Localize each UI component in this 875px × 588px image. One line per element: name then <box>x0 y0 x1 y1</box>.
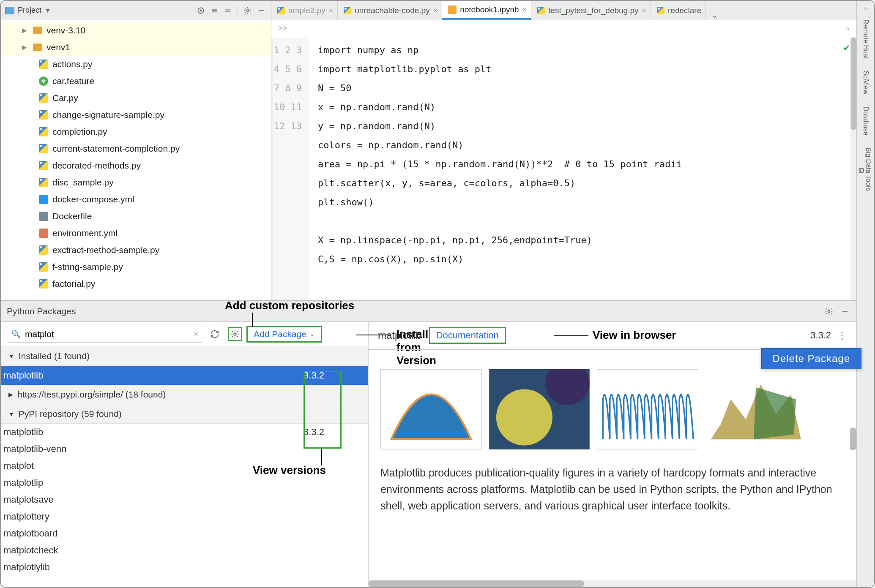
add-package-dropdown[interactable]: Add Package ⌄ <box>246 326 322 343</box>
package-name: matplot <box>3 460 34 471</box>
delete-package-menu-item[interactable]: Delete Package <box>761 348 861 369</box>
package-row[interactable]: matplotlib-venn <box>1 441 368 457</box>
package-row[interactable]: matplot <box>1 457 368 474</box>
detail-scrollbar[interactable] <box>850 427 856 450</box>
package-row[interactable]: matplotcheck <box>1 542 368 559</box>
tree-file[interactable]: f-string-sample.py <box>1 259 271 275</box>
package-row[interactable]: matplotlib3.3.2 <box>1 366 368 385</box>
package-section-header[interactable]: ▼PyPI repository (59 found) <box>1 404 368 424</box>
chevron-down-icon: ▼ <box>45 7 51 14</box>
tree-file[interactable]: exctract-method-sample.py <box>1 242 271 259</box>
svg-point-4 <box>234 333 236 335</box>
project-header: Project ▼ <box>1 1 271 20</box>
tab-label: redeclare <box>668 6 701 15</box>
py-icon <box>39 144 48 153</box>
close-icon[interactable]: × <box>642 6 647 15</box>
project-tree[interactable]: ▶venv-3.10▶venv1actions.pycar.featureCar… <box>1 20 271 300</box>
expand-all-icon[interactable] <box>209 5 220 16</box>
python-file-icon <box>344 7 351 14</box>
editor-tab[interactable]: test_pytest_for_debug.py× <box>531 1 651 20</box>
yml-icon <box>39 229 48 238</box>
package-row[interactable]: matplotlib3.3.2 <box>1 424 368 441</box>
rail-tool-database[interactable]: Database <box>857 101 875 142</box>
collapse-all-icon[interactable] <box>222 5 233 16</box>
editor-tabs: ample2.py×unreachable-code.py×notebook1.… <box>271 1 856 20</box>
python-file-icon <box>277 7 285 14</box>
gear-icon[interactable] <box>242 5 253 16</box>
tree-file[interactable]: actions.py <box>1 56 271 73</box>
package-row[interactable]: matplotlip <box>1 474 368 491</box>
rail-label: Remote Host <box>862 14 870 65</box>
editor-tab[interactable]: unreachable-code.py× <box>338 1 442 20</box>
line-gutter: 1 2 3 4 5 6 7 8 9 10 11 12 13 <box>273 37 309 300</box>
manage-repositories-button[interactable] <box>228 327 242 341</box>
tree-file[interactable]: environment.yml <box>1 225 271 242</box>
py-icon <box>39 127 48 136</box>
rail-tool-remote-host[interactable]: Remote Host <box>857 14 875 65</box>
close-icon[interactable]: × <box>329 6 334 15</box>
section-label: Installed (1 found) <box>19 351 90 361</box>
py-icon <box>39 262 48 272</box>
package-name: matplotboard <box>3 528 57 539</box>
package-search-input[interactable]: 🔍 × <box>7 326 203 343</box>
rail-tool-big-data-tools[interactable]: DBig Data Tools <box>857 142 875 197</box>
editor-tab[interactable]: notebook1.ipynb× <box>442 1 531 20</box>
package-row[interactable]: matplotboard <box>1 525 368 542</box>
package-row[interactable]: matplotsave <box>1 491 368 508</box>
tree-file[interactable]: car.feature <box>1 73 271 90</box>
tree-file[interactable]: disc_sample.py <box>1 174 271 191</box>
code-editor[interactable]: 1 2 3 4 5 6 7 8 9 10 11 12 13 import num… <box>271 37 856 300</box>
gear-icon[interactable] <box>823 306 834 317</box>
project-selector[interactable]: Project ▼ <box>5 6 51 15</box>
tree-item-label: decorated-methods.py <box>52 161 141 171</box>
minimize-icon[interactable] <box>256 5 267 16</box>
tree-file[interactable]: Car.py <box>1 90 271 106</box>
py-icon <box>39 178 48 187</box>
package-section-header[interactable]: ▼Installed (1 found) <box>1 346 368 366</box>
minimize-icon[interactable] <box>839 306 850 317</box>
package-row[interactable]: matplotlylib <box>1 559 368 576</box>
tree-file[interactable]: change-signature-sample.py <box>1 106 271 123</box>
search-icon: 🔍 <box>11 329 21 339</box>
rail-tool-sciview[interactable]: SciView <box>857 65 875 101</box>
search-input-field[interactable] <box>25 329 189 339</box>
editor-scrollbar[interactable] <box>850 37 856 300</box>
tree-file[interactable]: factorial.py <box>1 275 271 292</box>
rail-expand-icon[interactable]: » <box>864 3 867 14</box>
tree-item-label: Car.py <box>52 93 78 103</box>
py-icon <box>39 161 48 170</box>
python-file-icon <box>657 7 664 14</box>
tree-folder[interactable]: ▶venv-3.10 <box>1 22 271 39</box>
tree-file[interactable]: current-statement-completion.py <box>1 140 271 157</box>
locate-icon[interactable] <box>195 5 206 16</box>
tree-file[interactable]: completion.py <box>1 123 271 140</box>
tabs-overflow-icon[interactable]: ⌄ <box>706 11 723 20</box>
refresh-icon[interactable] <box>208 327 222 341</box>
tree-item-label: actions.py <box>52 59 93 69</box>
detail-hscrollbar[interactable] <box>369 580 856 587</box>
project-tool-window: Project ▼ ▶venv-3.10▶venv1actions.pycar.… <box>1 1 271 300</box>
tree-file[interactable]: decorated-methods.py <box>1 157 271 174</box>
editor-tab[interactable]: ample2.py× <box>271 1 338 20</box>
tree-file[interactable]: docker-compose.yml <box>1 191 271 208</box>
inspection-ok-icon[interactable]: ✔ <box>844 41 850 53</box>
clear-icon[interactable]: × <box>194 329 199 339</box>
tree-file[interactable]: Dockerfile <box>1 208 271 225</box>
package-row[interactable]: matplottery <box>1 508 368 525</box>
package-name: matplotlib <box>3 427 43 438</box>
close-icon[interactable]: × <box>433 6 438 15</box>
tab-label: notebook1.ipynb <box>460 5 519 14</box>
kebab-menu-icon[interactable]: ⋮ <box>837 329 847 341</box>
package-name: matplotlylib <box>3 562 50 573</box>
notebook-icon <box>448 5 457 14</box>
documentation-link[interactable]: Documentation <box>429 327 506 344</box>
editor-tab[interactable]: redeclare <box>651 1 706 20</box>
package-section-header[interactable]: ▶https://test.pypi.org/simple/ (18 found… <box>1 385 368 404</box>
package-list[interactable]: ▼Installed (1 found)matplotlib3.3.2▶http… <box>1 346 368 587</box>
package-version: 3.3.2 <box>304 427 324 438</box>
svg-marker-9 <box>754 387 796 440</box>
rail-label: Big Data Tools <box>864 142 872 197</box>
close-icon[interactable]: × <box>522 5 527 14</box>
feature-icon <box>39 76 48 86</box>
tree-folder[interactable]: ▶venv1 <box>1 39 271 56</box>
